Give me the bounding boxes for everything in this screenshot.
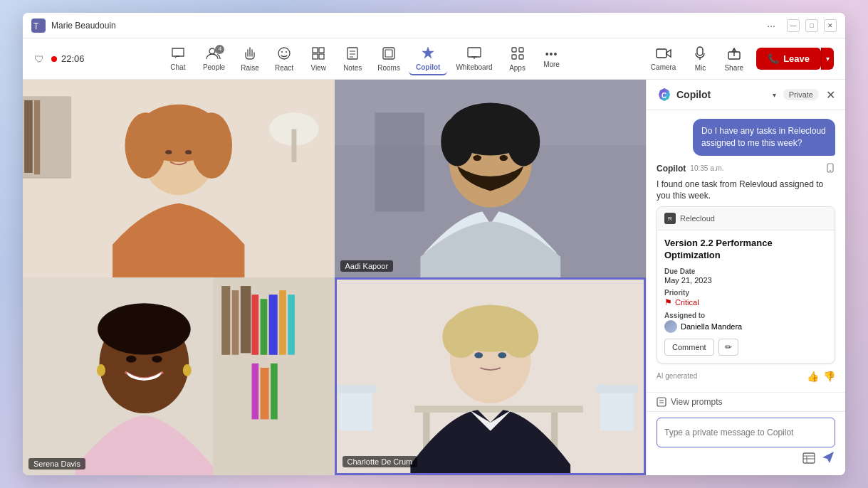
task-app-name: Relecloud [680,214,715,223]
copilot-header: C Copilot ▾ Private ✕ [647,80,845,110]
private-badge: Private [783,89,819,100]
ai-sender-name: Copilot [657,164,686,174]
timer-display: 22:06 [61,53,85,64]
svg-rect-64 [251,364,258,420]
svg-rect-62 [279,290,286,355]
copilot-logo-icon: C [657,87,672,102]
window-controls: — □ ✕ [787,19,837,32]
whiteboard-icon [467,47,481,62]
window-more-button[interactable]: ··· [767,20,775,31]
toolbar-react[interactable]: React [268,43,300,75]
svg-rect-22 [512,55,516,59]
video-name-p3: Serena Davis [28,458,85,470]
svg-rect-56 [221,286,230,355]
copilot-dropdown-arrow[interactable]: ▾ [773,91,776,99]
svg-point-72 [183,364,192,376]
copilot-panel: C Copilot ▾ Private ✕ Do I have any task… [646,80,845,475]
chat-icon [171,47,185,62]
copilot-panel-title: Copilot [676,89,768,100]
task-assignee-row: Daniella Mandera [664,320,827,333]
send-button[interactable] [821,450,835,468]
view-prompts-label: View prompts [671,397,722,407]
toolbar-left: 🛡 22:06 [34,53,85,65]
recording-dot [51,56,57,62]
svg-point-84 [442,316,479,358]
view-label: View [310,64,326,72]
chat-label: Chat [170,63,185,71]
share-button[interactable]: Share [718,43,749,75]
toolbar-rooms[interactable]: Rooms [370,43,407,75]
toolbar-people[interactable]: 4 People [196,44,232,74]
video-cell-p4: Charlotte De Crum [335,277,647,475]
toolbar-apps[interactable]: Apps [501,43,534,75]
svg-point-4 [278,48,290,59]
svg-rect-57 [232,290,239,355]
svg-point-51 [506,117,539,166]
view-prompts-row[interactable]: View prompts [647,392,845,411]
assignee-avatar [664,320,677,333]
video-cell-p3: Serena Davis [23,277,335,475]
svg-rect-61 [269,295,278,355]
svg-rect-63 [288,295,295,355]
task-card-body: Version 2.2 Performance Optimization Due… [657,230,835,363]
svg-rect-37 [291,129,296,162]
svg-point-41 [191,112,232,179]
svg-rect-94 [803,453,815,463]
recording-badge: 22:06 [51,53,85,64]
toolbar-notes[interactable]: Notes [336,43,369,75]
task-priority-text: Critical [675,298,699,307]
toolbar-whiteboard[interactable]: Whiteboard [449,44,499,74]
user-message-bubble: Do I have any tasks in Relecloud assigne… [693,119,835,156]
task-card: R Relecloud Version 2.2 Performance Opti… [657,206,835,364]
svg-text:C: C [662,92,666,100]
task-due-date-label: Due Date [664,267,827,275]
thumbs-up-button[interactable]: 👍 [807,371,819,382]
toolbar-view[interactable]: View [302,43,335,75]
svg-point-42 [165,150,172,154]
task-edit-button[interactable]: ✏ [718,339,738,356]
toolbar-chat[interactable]: Chat [162,44,194,74]
copilot-toolbar-icon [420,46,436,62]
svg-text:T: T [33,21,39,31]
video-cell-p2: Aadi Kapoor [335,80,647,277]
svg-rect-58 [241,286,251,353]
view-prompts-icon [657,397,666,407]
toolbar-more[interactable]: ••• More [535,46,568,71]
svg-rect-16 [385,50,392,57]
toolbar-copilot[interactable]: Copilot [409,43,447,75]
minimize-button[interactable]: — [787,19,800,32]
ai-message-header: Copilot 10:35 a.m. [657,163,835,174]
svg-rect-24 [657,49,666,58]
task-comment-button[interactable]: Comment [664,339,714,356]
notes-icon [346,46,359,63]
mic-button[interactable]: Mic [689,43,711,75]
apps-label: Apps [509,64,525,72]
teams-logo-icon: T [31,18,46,33]
maximize-button[interactable]: □ [805,19,818,32]
svg-rect-9 [313,54,318,59]
input-table-icon-button[interactable] [802,452,815,467]
camera-button[interactable]: Camera [645,44,682,74]
apps-icon [511,46,525,63]
svg-rect-66 [271,364,278,420]
video-feed-p1 [23,80,335,277]
svg-rect-21 [519,48,523,52]
leave-button[interactable]: 📞 Leave [756,48,821,70]
svg-rect-76 [337,385,377,393]
thumbs-down-button[interactable]: 👎 [823,371,835,382]
copilot-input[interactable] [657,418,835,447]
task-card-header: R Relecloud [657,207,835,230]
leave-dropdown-button[interactable]: ▾ [821,48,834,70]
toolbar-raise[interactable]: Raise [234,43,266,75]
close-button[interactable]: ✕ [824,19,837,32]
svg-rect-60 [261,299,268,355]
raise-icon [244,46,256,63]
svg-rect-75 [338,389,372,431]
ai-message-time: 10:35 a.m. [690,164,723,172]
svg-rect-8 [319,48,324,53]
video-cell-p1 [23,80,335,277]
copilot-close-button[interactable]: ✕ [826,88,835,102]
task-assigned-to-field: Assigned to Daniella Mandera [664,312,827,333]
svg-rect-65 [261,368,269,420]
camera-icon [656,47,671,63]
